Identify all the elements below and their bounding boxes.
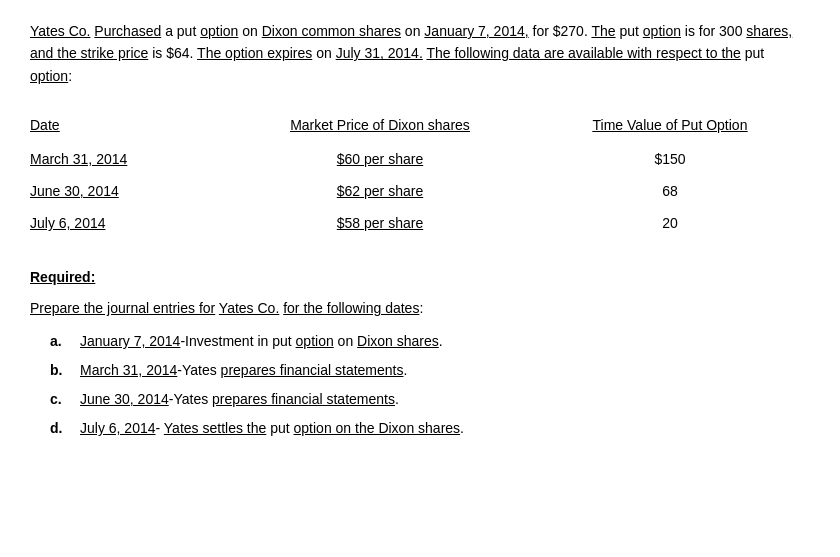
row3-date: July 6, 2014: [30, 207, 230, 239]
item-letter-c: c.: [50, 389, 75, 410]
item-letter-b: b.: [50, 360, 75, 381]
list-item: d. July 6, 2014- Yates settles the put o…: [50, 418, 810, 439]
row3-time-value: 20: [530, 207, 810, 239]
row3-market-price: $58 per share: [230, 207, 530, 239]
row2-time-value: 68: [530, 175, 810, 207]
table-row: July 6, 2014 $58 per share 20: [30, 207, 810, 239]
table-row: June 30, 2014 $62 per share 68: [30, 175, 810, 207]
row1-time-value: $150: [530, 143, 810, 175]
row2-market-price: $62 per share: [230, 175, 530, 207]
list-item: b. March 31, 2014-Yates prepares financi…: [50, 360, 810, 381]
item-content-d: July 6, 2014- Yates settles the put opti…: [80, 418, 464, 439]
item-letter-a: a.: [50, 331, 75, 352]
col-header-market-price: Market Price of Dixon shares: [230, 117, 530, 143]
item-letter-d: d.: [50, 418, 75, 439]
item-content-a: January 7, 2014-Investment in put option…: [80, 331, 443, 352]
journal-items-list: a. January 7, 2014-Investment in put opt…: [30, 331, 810, 439]
col-header-date: Date: [30, 117, 230, 143]
list-item: c. June 30, 2014-Yates prepares financia…: [50, 389, 810, 410]
row1-date: March 31, 2014: [30, 143, 230, 175]
row1-market-price: $60 per share: [230, 143, 530, 175]
intro-paragraph: Yates Co. Purchased a put option on Dixo…: [30, 20, 810, 87]
item-content-b: March 31, 2014-Yates prepares financial …: [80, 360, 407, 381]
row2-date: June 30, 2014: [30, 175, 230, 207]
required-label: Required:: [30, 269, 810, 285]
intro-text-content: Yates Co. Purchased a put option on Dixo…: [30, 23, 792, 84]
list-item: a. January 7, 2014-Investment in put opt…: [50, 331, 810, 352]
prepare-text-content: Prepare the journal entries for Yates Co…: [30, 300, 423, 316]
col-header-time-value: Time Value of Put Option: [530, 117, 810, 143]
required-section: Required:: [30, 269, 810, 285]
table-row: March 31, 2014 $60 per share $150: [30, 143, 810, 175]
prepare-text: Prepare the journal entries for Yates Co…: [30, 300, 810, 316]
data-table: Date Market Price of Dixon shares Time V…: [30, 117, 810, 239]
item-content-c: June 30, 2014-Yates prepares financial s…: [80, 389, 399, 410]
